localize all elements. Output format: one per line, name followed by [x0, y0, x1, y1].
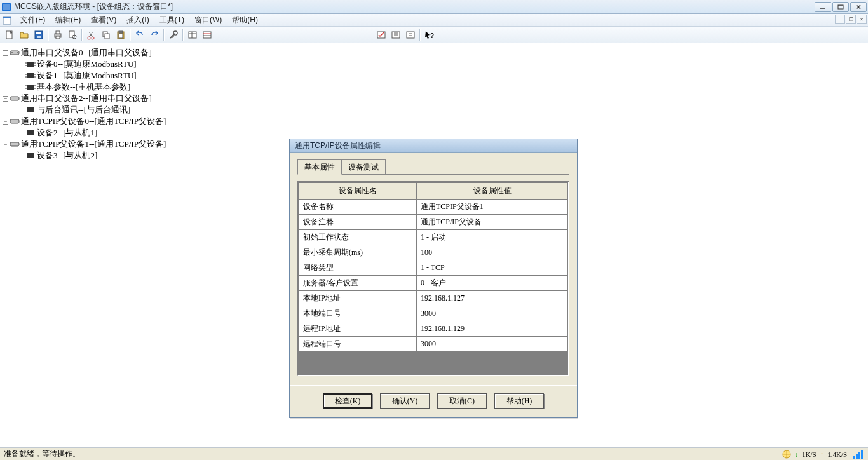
tree-label: 通用串口父设备0--[通用串口父设备] — [21, 47, 152, 58]
tree-node-backend-comm[interactable]: 与后台通讯--[与后台通讯] — [3, 104, 865, 116]
svg-rect-34 — [203, 32, 211, 38]
property-row[interactable]: 本地IP地址192.168.1.127 — [299, 291, 568, 306]
property-row[interactable]: 服务器/客户设置0 - 客户 — [299, 276, 568, 291]
property-value[interactable]: 1 - TCP — [417, 260, 568, 276]
collapse-icon[interactable]: − — [3, 96, 8, 102]
property-row[interactable]: 远程IP地址192.168.1.129 — [299, 321, 568, 337]
property-table[interactable]: 设备属性名 设备属性值 设备名称通用TCPIP父设备1设备注释通用TCP/IP父… — [299, 182, 568, 352]
property-name: 设备名称 — [299, 200, 417, 215]
menu-bar: 文件(F) 编辑(E) 查看(V) 插入(I) 工具(T) 窗口(W) 帮助(H… — [0, 14, 868, 27]
window-title: MCGS嵌入版组态环境 - [设备组态：设备窗口*] — [14, 1, 815, 12]
tb-print-icon[interactable] — [51, 28, 65, 42]
device-icon — [10, 140, 20, 149]
svg-rect-48 — [27, 62, 34, 67]
dialog-button-row: 检查(K) 确认(Y) 取消(C) 帮助(H) — [290, 385, 577, 417]
svg-rect-64 — [27, 107, 34, 112]
property-value[interactable]: 192.168.1.127 — [417, 291, 568, 306]
property-value[interactable]: 100 — [417, 245, 568, 260]
mdi-close-button[interactable]: × — [857, 15, 867, 24]
tree-label: 基本参数--[主机基本参数] — [37, 81, 130, 93]
maximize-button[interactable] — [832, 2, 849, 12]
collapse-icon[interactable]: − — [3, 50, 8, 56]
tree-label: 设备1--[莫迪康ModbusRTU] — [37, 70, 137, 81]
tree-node-tcpip-parent-0[interactable]: − 通用TCPIP父设备0--[通用TCP/IP父设备] — [3, 116, 865, 127]
ok-button[interactable]: 确认(Y) — [380, 393, 430, 409]
tb-cut-icon[interactable] — [85, 28, 98, 42]
property-value[interactable]: 3000 — [417, 306, 568, 321]
tree-label: 设备3--[与从机2] — [37, 150, 97, 161]
chip-icon — [25, 151, 36, 160]
close-button[interactable] — [850, 2, 867, 12]
minimize-button[interactable] — [815, 2, 831, 12]
tree-node-device-2[interactable]: 设备2--[与从机1] — [3, 127, 865, 139]
property-row[interactable]: 远程端口号3000 — [299, 337, 568, 352]
property-row[interactable]: 本地端口号3000 — [299, 306, 568, 321]
chip-icon — [25, 105, 36, 114]
tab-basic-properties[interactable]: 基本属性 — [297, 159, 342, 175]
property-value[interactable]: 3000 — [417, 337, 568, 352]
svg-rect-24 — [105, 34, 109, 39]
tree-label: 通用串口父设备2--[通用串口父设备] — [21, 93, 152, 104]
property-row[interactable]: 设备名称通用TCPIP父设备1 — [299, 200, 568, 215]
check-button[interactable]: 检查(K) — [323, 393, 372, 409]
tb-preview-icon[interactable] — [65, 28, 79, 42]
tb-new-icon[interactable] — [3, 28, 17, 42]
menu-window[interactable]: 窗口(W) — [189, 15, 227, 25]
app-icon — [1, 2, 11, 12]
tb-opt1-icon[interactable] — [374, 28, 388, 42]
collapse-icon[interactable]: − — [3, 142, 8, 147]
tree-node-serial-parent-0[interactable]: − 通用串口父设备0--[通用串口父设备] — [3, 47, 865, 58]
tree-node-serial-parent-2[interactable]: − 通用串口父设备2--[通用串口父设备] — [3, 93, 865, 104]
menu-insert[interactable]: 插入(I) — [121, 15, 154, 25]
property-value[interactable]: 0 - 客户 — [417, 276, 568, 291]
tree-label: 设备2--[与从机1] — [37, 127, 97, 139]
device-icon — [10, 48, 20, 57]
property-name: 远程端口号 — [299, 337, 417, 352]
tree-node-basic-params[interactable]: 基本参数--[主机基本参数] — [3, 81, 865, 93]
property-row[interactable]: 初始工作状态1 - 启动 — [299, 230, 568, 245]
menu-file[interactable]: 文件(F) — [15, 15, 50, 25]
tb-opt2-icon[interactable] — [389, 28, 403, 42]
tb-opt3-icon[interactable] — [403, 28, 417, 42]
property-value[interactable]: 通用TCP/IP父设备 — [417, 215, 568, 230]
cancel-button[interactable]: 取消(C) — [437, 393, 487, 409]
menu-help[interactable]: 帮助(H) — [227, 15, 263, 25]
svg-rect-11 — [36, 32, 41, 34]
property-row[interactable]: 网络类型1 - TCP — [299, 260, 568, 276]
tb-undo-icon[interactable] — [133, 28, 147, 42]
help-button[interactable]: 帮助(H) — [494, 393, 544, 409]
dialog-title: 通用TCP/IP设备属性编辑 — [290, 139, 577, 153]
status-text: 准备就绪，等待操作。 — [4, 449, 80, 459]
menu-view[interactable]: 查看(V) — [86, 15, 121, 25]
tree-node-device-1[interactable]: 设备1--[莫迪康ModbusRTU] — [3, 70, 865, 81]
tb-copy-icon[interactable] — [99, 28, 113, 42]
tb-db2-icon[interactable] — [200, 28, 214, 42]
tb-whatsthis-icon[interactable]: ? — [423, 28, 437, 42]
tree-label: 与后台通讯--[与后台通讯] — [37, 104, 130, 116]
device-icon — [10, 94, 20, 103]
tb-save-icon[interactable] — [32, 28, 46, 42]
chip-icon — [25, 83, 36, 91]
property-table-wrap: 设备属性名 设备属性值 设备名称通用TCPIP父设备1设备注释通用TCP/IP父… — [297, 181, 569, 376]
property-row[interactable]: 最小采集周期(ms)100 — [299, 245, 568, 260]
tb-open-icon[interactable] — [17, 28, 31, 42]
tb-db1-icon[interactable] — [186, 28, 200, 42]
svg-rect-31 — [189, 32, 196, 38]
property-value[interactable]: 通用TCPIP父设备1 — [417, 200, 568, 215]
tb-redo-icon[interactable] — [147, 28, 161, 42]
property-row[interactable]: 设备注释通用TCP/IP父设备 — [299, 215, 568, 230]
menu-tools[interactable]: 工具(T) — [154, 15, 189, 25]
tb-paste-icon[interactable] — [114, 28, 128, 42]
menu-edit[interactable]: 编辑(E) — [50, 15, 86, 25]
table-footer — [299, 352, 568, 375]
svg-rect-58 — [27, 85, 34, 90]
property-value[interactable]: 1 - 启动 — [417, 230, 568, 245]
tb-tools-icon[interactable] — [166, 28, 180, 42]
property-value[interactable]: 192.168.1.129 — [417, 321, 568, 337]
collapse-icon[interactable]: − — [3, 119, 8, 125]
svg-rect-66 — [27, 130, 34, 135]
tab-device-test[interactable]: 设备测试 — [341, 159, 386, 174]
mdi-restore-button[interactable]: ❐ — [846, 15, 856, 24]
mdi-min-button[interactable]: – — [835, 15, 845, 24]
tree-node-device-0[interactable]: 设备0--[莫迪康ModbusRTU] — [3, 58, 865, 70]
